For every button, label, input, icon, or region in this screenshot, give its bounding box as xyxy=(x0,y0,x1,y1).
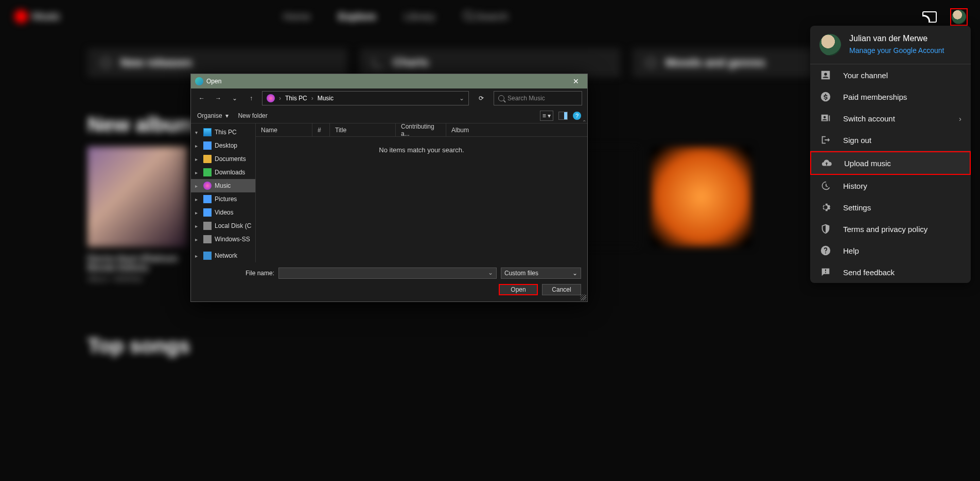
breadcrumb-this-pc[interactable]: This PC xyxy=(285,95,307,102)
chip-new-releases[interactable]: New releases xyxy=(87,48,347,77)
help-icon xyxy=(819,244,832,257)
profile-name: Julian van der Merwe xyxy=(849,34,944,43)
forward-button[interactable]: → xyxy=(213,95,224,102)
filename-label: File name: xyxy=(197,270,274,277)
menu-label: Sign out xyxy=(843,136,871,145)
logo-text: Music xyxy=(32,10,60,23)
help-icon[interactable]: ? xyxy=(573,112,581,120)
album-title: Electra Heart (Platinum Blonde Edition) xyxy=(87,254,188,273)
album-card[interactable] xyxy=(651,147,751,283)
up-button[interactable]: ↑ xyxy=(246,95,257,102)
menu-label: Settings xyxy=(843,203,871,212)
chip-label: Moods and genres xyxy=(666,56,765,69)
shield-icon xyxy=(819,223,832,235)
cloud-upload-icon xyxy=(820,157,833,169)
menu-send-feedback[interactable]: Send feedback xyxy=(810,261,971,283)
col-title[interactable]: Title xyxy=(330,123,396,136)
avatar-image xyxy=(952,10,966,24)
nav-explore[interactable]: Explore xyxy=(338,11,376,23)
chip-charts[interactable]: Charts xyxy=(360,48,620,77)
close-button[interactable]: ✕ xyxy=(569,77,583,85)
address-dropdown[interactable]: ⌄ xyxy=(459,95,464,102)
chip-label: New releases xyxy=(120,56,192,69)
col-contributing[interactable]: Contributing a... xyxy=(396,123,446,136)
nav-search-label: Search xyxy=(476,11,508,22)
menu-your-channel[interactable]: Your channel xyxy=(810,64,971,86)
logo-icon xyxy=(14,10,28,23)
filename-input[interactable]: ⌄ xyxy=(278,268,497,279)
search-icon xyxy=(498,95,504,101)
menu-paid-memberships[interactable]: Paid memberships xyxy=(810,86,971,108)
file-list[interactable]: ⌃ Name # Title Contributing a... Album N… xyxy=(256,123,587,262)
tree-pictures[interactable]: Pictures xyxy=(191,192,255,206)
nav-library[interactable]: Library xyxy=(404,11,435,23)
tree-windows-ssd[interactable]: Windows-SS xyxy=(191,233,255,246)
search-icon xyxy=(463,11,472,20)
organise-menu[interactable]: Organise ▾ xyxy=(197,112,229,119)
col-name[interactable]: Name xyxy=(256,123,312,136)
smile-icon xyxy=(646,58,656,68)
chevron-right-icon: › xyxy=(959,114,961,123)
menu-label: Help xyxy=(843,246,859,255)
avatar-button[interactable] xyxy=(950,8,968,26)
cancel-button[interactable]: Cancel xyxy=(542,284,581,295)
gear-icon xyxy=(819,201,832,213)
profile-menu: Julian van der Merwe Manage your Google … xyxy=(810,26,971,283)
chart-icon xyxy=(373,58,383,68)
menu-sign-out[interactable]: Sign out xyxy=(810,129,971,151)
edge-icon xyxy=(195,77,203,85)
menu-label: Your channel xyxy=(843,71,888,80)
feedback-icon xyxy=(819,266,832,278)
tree-desktop[interactable]: Desktop xyxy=(191,139,255,152)
people-icon xyxy=(819,112,832,124)
dialog-titlebar[interactable]: Open ✕ xyxy=(191,74,587,88)
back-button[interactable]: ← xyxy=(196,95,207,102)
open-button[interactable]: Open xyxy=(499,284,538,295)
tree-local-disk[interactable]: Local Disk (C xyxy=(191,219,255,233)
album-cover xyxy=(87,147,188,247)
menu-label: History xyxy=(843,182,867,190)
refresh-button[interactable]: ⟳ xyxy=(474,95,488,102)
menu-help[interactable]: Help xyxy=(810,240,971,261)
menu-history[interactable]: History xyxy=(810,175,971,197)
address-bar[interactable]: › This PC › Music ⌄ xyxy=(262,91,469,105)
file-open-dialog: Open ✕ ← → ⌄ ↑ › This PC › Music ⌄ ⟳ Sea… xyxy=(190,74,588,302)
menu-terms[interactable]: Terms and privacy policy xyxy=(810,218,971,240)
tree-videos[interactable]: Videos xyxy=(191,206,255,219)
album-subtitle: Album • MARINA xyxy=(87,275,188,283)
search-field[interactable]: Search Music xyxy=(494,91,582,105)
no-items-label: No items match your search. xyxy=(256,146,587,154)
recent-dropdown[interactable]: ⌄ xyxy=(229,95,240,102)
tree-this-pc[interactable]: This PC xyxy=(191,126,255,139)
tree-network[interactable]: Network xyxy=(191,249,255,262)
nav-home[interactable]: Home xyxy=(283,11,310,23)
col-album[interactable]: Album xyxy=(446,123,587,136)
album-card[interactable]: Electra Heart (Platinum Blonde Edition) … xyxy=(87,147,188,283)
tree-music[interactable]: Music xyxy=(191,179,255,192)
signout-icon xyxy=(819,134,832,146)
menu-settings[interactable]: Settings xyxy=(810,197,971,218)
nav-search[interactable]: Search xyxy=(463,11,508,23)
new-folder-button[interactable]: New folder xyxy=(238,112,267,119)
menu-label: Paid memberships xyxy=(843,93,907,101)
menu-upload-music[interactable]: Upload music xyxy=(810,151,971,175)
resize-grip[interactable] xyxy=(580,294,586,300)
search-placeholder: Search Music xyxy=(507,95,545,102)
col-number[interactable]: # xyxy=(312,123,330,136)
filetype-select[interactable]: Custom files⌄ xyxy=(501,268,581,279)
profile-avatar xyxy=(819,34,841,56)
manage-account-link[interactable]: Manage your Google Account xyxy=(849,46,944,55)
menu-switch-account[interactable]: Switch account › xyxy=(810,108,971,129)
account-box-icon xyxy=(819,69,832,81)
view-options[interactable]: ≡ ▾ xyxy=(540,111,553,121)
folder-tree: This PC Desktop Documents Downloads Musi… xyxy=(191,123,256,262)
menu-label: Send feedback xyxy=(843,268,895,277)
cast-icon[interactable] xyxy=(922,11,937,23)
menu-label: Switch account xyxy=(843,114,895,123)
tree-documents[interactable]: Documents xyxy=(191,152,255,166)
tree-downloads[interactable]: Downloads xyxy=(191,166,255,179)
scroll-up-icon[interactable]: ⌃ xyxy=(582,119,586,125)
sparkle-icon xyxy=(101,58,111,68)
breadcrumb-music[interactable]: Music xyxy=(318,95,334,102)
preview-pane-toggle[interactable] xyxy=(558,112,568,120)
